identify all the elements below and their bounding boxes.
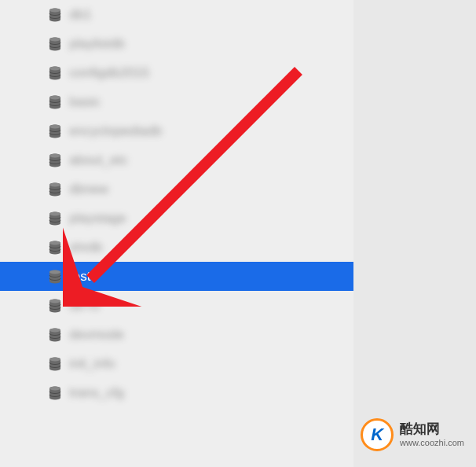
item-label: playstage xyxy=(69,211,126,226)
item-label: basic xyxy=(69,94,101,110)
svg-point-19 xyxy=(49,270,60,274)
database-icon xyxy=(47,385,63,401)
svg-point-21 xyxy=(49,299,60,303)
list-item[interactable]: encyclopediadb xyxy=(0,116,353,145)
svg-point-15 xyxy=(49,211,60,215)
svg-point-11 xyxy=(49,153,60,157)
database-icon xyxy=(47,240,63,256)
database-icon xyxy=(47,211,63,226)
svg-point-25 xyxy=(49,357,60,361)
list-item[interactable]: trans_cfg xyxy=(0,378,353,407)
list-item[interactable]: db1 xyxy=(0,0,353,29)
item-label: dbnew xyxy=(69,182,108,197)
list-item[interactable]: devmode xyxy=(0,320,353,349)
database-icon xyxy=(47,36,63,52)
database-icon xyxy=(47,269,63,285)
svg-point-9 xyxy=(49,124,60,128)
list-item[interactable]: init_info xyxy=(0,349,353,378)
watermark-url: www.coozhi.com xyxy=(400,438,464,448)
database-icon xyxy=(47,153,63,168)
database-icon xyxy=(47,182,63,197)
item-label: encyclopediadb xyxy=(69,123,162,139)
svg-point-7 xyxy=(49,95,60,99)
svg-point-5 xyxy=(49,66,60,70)
list-item[interactable]: playlistdb xyxy=(0,29,353,58)
list-item-selected[interactable]: test xyxy=(0,262,353,291)
database-list: db1 playlistdb configdb2015 basic encycl… xyxy=(0,0,353,467)
item-label: db-f3 xyxy=(69,298,100,314)
item-label: test xyxy=(69,269,90,285)
svg-point-23 xyxy=(49,328,60,332)
list-item[interactable]: shrdb xyxy=(0,233,353,262)
list-item[interactable]: dbnew xyxy=(0,175,353,204)
item-label: playlistdb xyxy=(69,36,125,52)
database-icon xyxy=(47,327,63,343)
svg-point-17 xyxy=(49,241,60,245)
list-item[interactable]: about_etc xyxy=(0,145,353,175)
watermark: K 酷知网 www.coozhi.com xyxy=(361,418,464,451)
database-icon xyxy=(47,7,63,23)
database-icon xyxy=(47,356,63,372)
list-item[interactable]: playstage xyxy=(0,204,353,233)
watermark-text-block: 酷知网 www.coozhi.com xyxy=(400,421,464,448)
item-label: configdb2015 xyxy=(69,65,149,81)
list-item[interactable]: configdb2015 xyxy=(0,58,353,87)
database-icon xyxy=(47,65,63,81)
item-label: devmode xyxy=(69,327,124,343)
database-icon xyxy=(47,123,63,139)
watermark-logo-text: K xyxy=(371,425,383,445)
list-item[interactable]: basic xyxy=(0,87,353,116)
item-label: trans_cfg xyxy=(69,385,124,401)
svg-point-13 xyxy=(49,182,60,186)
svg-point-27 xyxy=(49,386,60,390)
database-icon xyxy=(47,94,63,110)
item-label: init_info xyxy=(69,356,115,372)
item-label: about_etc xyxy=(69,153,128,168)
svg-point-3 xyxy=(49,37,60,41)
item-label: shrdb xyxy=(69,240,103,256)
watermark-logo-icon: K xyxy=(361,418,394,451)
watermark-title: 酷知网 xyxy=(400,421,464,437)
svg-point-1 xyxy=(49,8,60,12)
list-item[interactable]: db-f3 xyxy=(0,291,353,320)
database-icon xyxy=(47,298,63,314)
item-label: db1 xyxy=(69,7,91,23)
